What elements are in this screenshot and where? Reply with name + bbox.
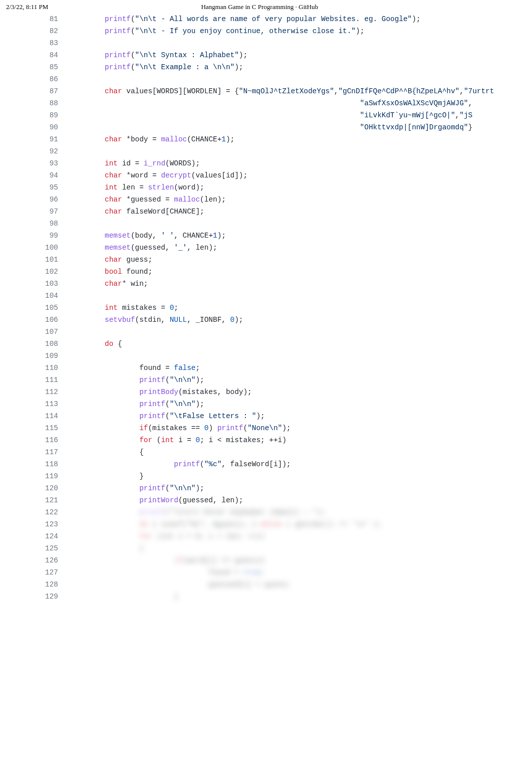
line-number: 111 <box>0 374 70 386</box>
code-line: 110 found = false; <box>0 362 532 374</box>
line-number: 129 <box>0 591 70 603</box>
line-content: "aSwfXsxOsWAlXScVQmjAWJG", <box>70 97 472 109</box>
code-line: 128 guessed[i] = guess; <box>0 578 532 591</box>
line-content: printf("\n\n\t Enter Alphabet (Small) : … <box>70 506 326 518</box>
line-content: printf("\n\t - If you enjoy continue, ot… <box>70 25 364 37</box>
code-line: 84 printf("\n\t Syntax : Alphabet"); <box>0 49 532 61</box>
code-line: 86 <box>0 73 532 85</box>
code-line: 91 char *body = malloc(CHANCE+1); <box>0 133 532 145</box>
line-content: int mistakes = 0; <box>70 302 178 314</box>
code-line: 108 do { <box>0 338 532 350</box>
line-content: "iLvkKdT`yu~mWj[^gcO|","jS <box>70 109 472 121</box>
line-content: printf("\n\t Syntax : Alphabet"); <box>70 49 247 61</box>
line-content: printBody(mistakes, body); <box>70 386 252 398</box>
line-content: char values[WORDS][WORDLEN] = {"N~mqOlJ^… <box>70 85 494 97</box>
line-content: printf("\n\n"); <box>70 482 204 494</box>
line-number: 87 <box>0 85 70 97</box>
line-number: 90 <box>0 121 70 133</box>
code-line: 129 } <box>0 591 532 603</box>
code-line: 83 <box>0 37 532 49</box>
code-line: 89 "iLvkKdT`yu~mWj[^gcO|","jS <box>0 109 532 121</box>
line-number: 127 <box>0 566 70 578</box>
line-number: 122 <box>0 506 70 518</box>
code-line: 93 int id = i_rnd(WORDS); <box>0 157 532 169</box>
line-content: memset(guessed, '_', len); <box>70 242 217 254</box>
line-number: 102 <box>0 266 70 278</box>
code-line: 109 <box>0 350 532 362</box>
code-line: 96 char *guessed = malloc(len); <box>0 193 532 206</box>
line-content: int id = i_rnd(WORDS); <box>70 157 200 169</box>
line-number: 83 <box>0 37 70 49</box>
line-content: "OHkttvxdp|[nnW]Drgaomdq"} <box>70 121 472 133</box>
code-line: 104 <box>0 290 532 302</box>
line-content: bool found; <box>70 266 152 278</box>
line-content: guessed[i] = guess; <box>70 578 291 591</box>
code-line: 87 char values[WORDS][WORDLEN] = {"N~mqO… <box>0 85 532 97</box>
line-content: memset(body, ' ', CHANCE+1); <box>70 230 226 242</box>
line-number: 81 <box>0 13 70 25</box>
line-number: 124 <box>0 530 70 542</box>
page-header: 2/3/22, 8:11 PM Hangman Game in C Progra… <box>0 0 532 13</box>
line-number: 123 <box>0 518 70 530</box>
code-line: 97 char falseWord[CHANCE]; <box>0 206 532 218</box>
code-block: 81 printf("\n\t - All words are name of … <box>0 13 532 663</box>
line-content: char* win; <box>70 278 148 290</box>
code-line: 121 printWord(guessed, len); <box>0 494 532 506</box>
code-line: 119 } <box>0 470 532 482</box>
line-number: 95 <box>0 181 70 193</box>
code-line: 116 for (int i = 0; i < mistakes; ++i) <box>0 434 532 446</box>
code-line: 99 memset(body, ' ', CHANCE+1); <box>0 230 532 242</box>
line-number: 86 <box>0 73 70 85</box>
line-content: { <box>70 542 144 554</box>
line-content: do { scanf("%c", &guess); } while ( getc… <box>70 518 382 530</box>
code-line: 94 char *word = decrypt(values[id]); <box>0 169 532 181</box>
code-line: 102 bool found; <box>0 266 532 278</box>
code-line: 114 printf("\tFalse Letters : "); <box>0 410 532 422</box>
code-line: 122 printf("\n\n\t Enter Alphabet (Small… <box>0 506 532 518</box>
line-content: for (int i = 0; i < len; ++i) <box>70 530 265 542</box>
line-number: 92 <box>0 145 70 157</box>
line-content: setvbuf(stdin, NULL, _IONBF, 0); <box>70 314 243 326</box>
line-number: 101 <box>0 254 70 266</box>
code-line: 105 int mistakes = 0; <box>0 302 532 314</box>
line-number: 98 <box>0 218 70 230</box>
code-line: 85 printf("\n\t Example : a \n\n"); <box>0 61 532 73</box>
code-line: 124 for (int i = 0; i < len; ++i) <box>0 530 532 542</box>
line-number: 105 <box>0 302 70 314</box>
line-number: 103 <box>0 278 70 290</box>
line-content: printf("\tFalse Letters : "); <box>70 410 265 422</box>
line-content: found = true; <box>70 566 265 578</box>
line-content: if(mistakes == 0) printf("None\n"); <box>70 422 291 434</box>
line-content: char guess; <box>70 254 152 266</box>
code-line: 106 setvbuf(stdin, NULL, _IONBF, 0); <box>0 314 532 326</box>
line-number: 106 <box>0 314 70 326</box>
code-line: 98 <box>0 218 532 230</box>
line-number: 91 <box>0 133 70 145</box>
line-number: 104 <box>0 290 70 302</box>
code-line: 111 printf("\n\n"); <box>0 374 532 386</box>
line-number: 85 <box>0 61 70 73</box>
line-number: 121 <box>0 494 70 506</box>
code-line: 127 found = true; <box>0 566 532 578</box>
line-number: 107 <box>0 326 70 338</box>
line-number: 120 <box>0 482 70 494</box>
code-line: 88 "aSwfXsxOsWAlXScVQmjAWJG", <box>0 97 532 109</box>
code-line: 100 memset(guessed, '_', len); <box>0 242 532 254</box>
line-content: char *word = decrypt(values[id]); <box>70 169 247 181</box>
line-content: do { <box>70 338 122 350</box>
line-content: printf("\n\n"); <box>70 374 204 386</box>
line-number: 118 <box>0 458 70 470</box>
line-number: 110 <box>0 362 70 374</box>
line-content: int len = strlen(word); <box>70 181 204 193</box>
code-line: 92 <box>0 145 532 157</box>
line-content: } <box>70 470 144 482</box>
line-number: 116 <box>0 434 70 446</box>
line-number: 128 <box>0 578 70 591</box>
header-timestamp: 2/3/22, 8:11 PM <box>6 3 48 11</box>
line-number: 94 <box>0 169 70 181</box>
line-content: printf("%c", falseWord[i]); <box>70 458 291 470</box>
line-number: 89 <box>0 109 70 121</box>
line-number: 126 <box>0 554 70 566</box>
line-number: 82 <box>0 25 70 37</box>
line-number: 115 <box>0 422 70 434</box>
